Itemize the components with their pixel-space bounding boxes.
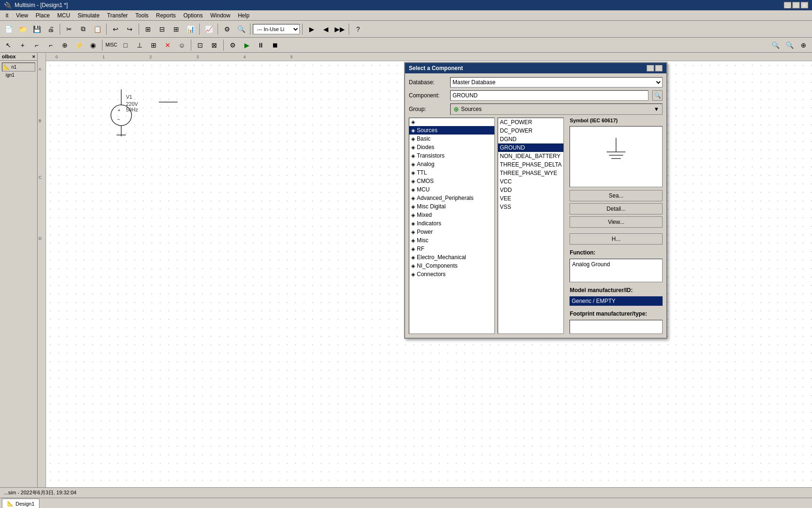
search-button[interactable]: Sea...: [570, 190, 663, 201]
cut-button[interactable]: ✂: [62, 23, 76, 35]
menu-item-tools[interactable]: Tools: [132, 11, 152, 20]
probe-button[interactable]: 🔍: [234, 23, 248, 35]
inuse-library-dropdown[interactable]: --- In-Use Li: [253, 24, 300, 34]
play-button[interactable]: ▶: [240, 39, 253, 51]
group-item-electro-mechanical[interactable]: ◈Electro_Mechanical: [409, 253, 494, 262]
components-list[interactable]: AC_POWERDC_POWERDGNDGROUNDNON_IDEAL_BATT…: [498, 118, 564, 334]
print-button[interactable]: 🖨: [44, 23, 57, 35]
param-tool[interactable]: ☺: [175, 39, 188, 51]
dialog-controls[interactable]: _ □: [647, 65, 663, 71]
database-select[interactable]: Master Database: [450, 77, 663, 87]
misc-tool[interactable]: MISC: [105, 39, 118, 51]
paste-button[interactable]: 📋: [91, 23, 104, 35]
save-button[interactable]: 💾: [30, 23, 43, 35]
menu-item-simulate[interactable]: Simulate: [74, 11, 103, 20]
title-controls[interactable]: _ □ ×: [784, 2, 808, 8]
text-tool[interactable]: ⊠: [208, 39, 221, 51]
group-item-basic[interactable]: ◈Basic: [409, 135, 494, 143]
groups-list[interactable]: ◈◈Sources◈Basic◈Diodes◈Transistors◈Analo…: [409, 118, 495, 334]
junction-tool[interactable]: ◉: [86, 39, 100, 51]
view-button[interactable]: View...: [570, 216, 663, 228]
group-item-connectors[interactable]: ◈Connectors: [409, 270, 494, 278]
delete-tool[interactable]: ✕: [161, 39, 174, 51]
graph-button[interactable]: 📊: [184, 23, 197, 35]
minimize-button[interactable]: _: [784, 2, 791, 8]
component-search-icon[interactable]: 🔍: [652, 90, 663, 101]
group-item-transistors[interactable]: ◈Transistors: [409, 151, 494, 160]
zoom-fit-button[interactable]: ⊞: [141, 23, 155, 35]
run-sim-button[interactable]: ⚙: [226, 39, 239, 51]
maximize-button[interactable]: □: [792, 2, 800, 8]
menu-item-window[interactable]: Window: [206, 11, 234, 20]
menu-item-mcu[interactable]: MCU: [54, 11, 74, 20]
component-v1[interactable]: + ~ V1 220V 50Hz: [107, 89, 140, 138]
group-item-advanced-peripherals[interactable]: ◈Advanced_Peripherals: [409, 194, 494, 202]
menu-item-transfer[interactable]: Transfer: [103, 11, 132, 20]
comp-item-vcc[interactable]: VCC: [498, 177, 564, 186]
close-button[interactable]: ×: [801, 2, 808, 8]
chip-tool[interactable]: ⊞: [147, 39, 160, 51]
component-button[interactable]: ⚙: [220, 23, 234, 35]
wire-tool[interactable]: ⌐: [30, 39, 43, 51]
group-item-sources[interactable]: ◈Sources: [409, 126, 494, 135]
fwd-button[interactable]: ▶▶: [333, 23, 346, 35]
comp-item-dc-power[interactable]: DC_POWER: [498, 127, 564, 135]
spreadsheet-button[interactable]: ⊞: [170, 23, 183, 35]
grapher-button[interactable]: 📈: [202, 23, 215, 35]
bus-tool[interactable]: ⌐: [44, 39, 57, 51]
menu-item-help[interactable]: Help: [234, 11, 253, 20]
group-item-ni-components[interactable]: ◈NI_Components: [409, 262, 494, 270]
group-item-diodes[interactable]: ◈Diodes: [409, 143, 494, 151]
back-button[interactable]: ◀: [319, 23, 332, 35]
menu-item-place[interactable]: Place: [32, 11, 54, 20]
menu-item-view[interactable]: View: [12, 11, 32, 20]
comp-item-three-phase-wye[interactable]: THREE_PHASE_WYE: [498, 169, 564, 177]
detail-button[interactable]: Detail...: [570, 203, 663, 214]
component-input[interactable]: [450, 90, 648, 101]
tab-design1[interactable]: 📐 Design1: [2, 499, 39, 508]
group-item-ttl[interactable]: ◈TTL: [409, 168, 494, 177]
copy-button[interactable]: ⧉: [77, 23, 90, 35]
dialog-maximize-button[interactable]: □: [655, 65, 663, 71]
comp-item-vss[interactable]: VSS: [498, 203, 564, 211]
zoom-sheet-button[interactable]: ⊟: [156, 23, 169, 35]
group-item-power[interactable]: ◈Power: [409, 228, 494, 236]
undo-button[interactable]: ↩: [109, 23, 122, 35]
group-select-dropdown[interactable]: ⊕ Sources ▼: [450, 103, 663, 115]
stop-button[interactable]: ⏹: [268, 39, 281, 51]
group-item-misc[interactable]: ◈Misc: [409, 236, 494, 245]
help-button[interactable]: H...: [570, 233, 663, 245]
zoom-out-button[interactable]: 🔍: [783, 39, 796, 51]
group-item-misc-digital[interactable]: ◈Misc Digital: [409, 202, 494, 211]
menu-item-reports[interactable]: Reports: [152, 11, 180, 20]
pause-button[interactable]: ⏸: [254, 39, 267, 51]
menu-item-edit[interactable]: it: [2, 11, 12, 20]
group-item-rf[interactable]: ◈RF: [409, 245, 494, 253]
zoom-in-button[interactable]: 🔍: [769, 39, 782, 51]
group-item-cmos[interactable]: ◈CMOS: [409, 177, 494, 185]
comp-item-dgnd[interactable]: DGND: [498, 135, 564, 143]
component-tool[interactable]: +: [16, 39, 29, 51]
group-item-indicators[interactable]: ◈Indicators: [409, 219, 494, 228]
open-button[interactable]: 📁: [16, 23, 29, 35]
comp-item-vdd[interactable]: VDD: [498, 186, 564, 194]
comp-item-ac-power[interactable]: AC_POWER: [498, 118, 564, 127]
group-item-mixed[interactable]: ◈Mixed: [409, 211, 494, 219]
design-tree-item[interactable]: ign1: [2, 72, 35, 78]
power-tool[interactable]: ⚡: [72, 39, 86, 51]
help-button[interactable]: ?: [351, 23, 365, 35]
zoom-fit-button2[interactable]: ⊕: [797, 39, 810, 51]
dialog-minimize-button[interactable]: _: [647, 65, 654, 71]
toolbox-close-icon[interactable]: ×: [32, 54, 35, 59]
comp-item-vee[interactable]: VEE: [498, 194, 564, 203]
comp-item-ground[interactable]: GROUND: [498, 143, 564, 152]
group-item-all-groups[interactable]: ◈: [409, 118, 494, 126]
connector-tool[interactable]: ⊕: [58, 39, 71, 51]
redo-button[interactable]: ↪: [123, 23, 136, 35]
measure-tool[interactable]: ⊡: [194, 39, 207, 51]
group-item-analog[interactable]: ◈Analog: [409, 160, 494, 168]
group-item-mcu[interactable]: ◈MCU: [409, 185, 494, 194]
new-button[interactable]: 📄: [2, 23, 15, 35]
select-tool[interactable]: ↖: [2, 39, 15, 51]
menu-item-options[interactable]: Options: [180, 11, 206, 20]
